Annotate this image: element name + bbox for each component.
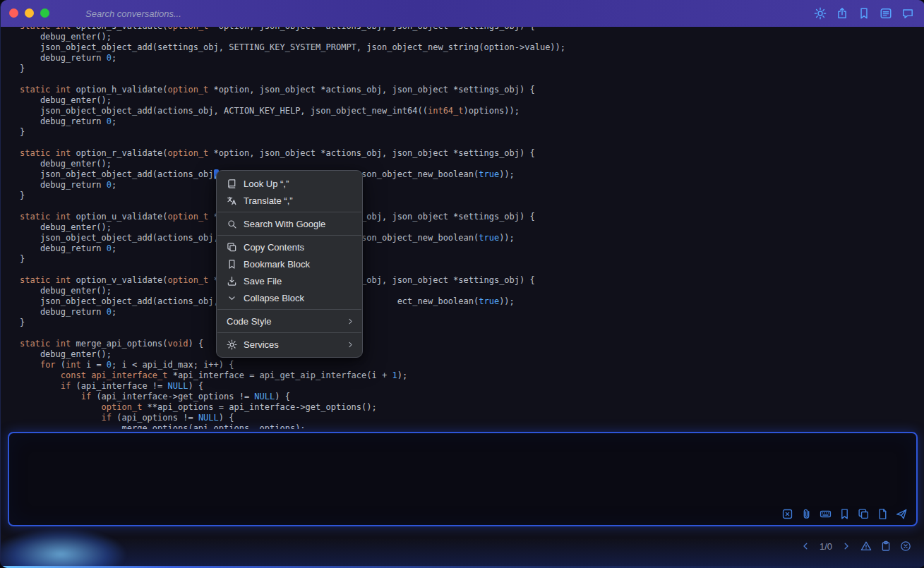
chevRight-icon xyxy=(841,540,852,552)
save-icon xyxy=(227,276,237,286)
code-line: static int option_u_validate(option_t *o… xyxy=(20,212,924,222)
menu-item-label: Code Style xyxy=(227,316,345,327)
composer-icons xyxy=(781,507,908,520)
app-window: Search conversations... static int optio… xyxy=(0,0,924,568)
code-line: } xyxy=(20,254,924,265)
chevRight-icon xyxy=(346,317,355,326)
gear-icon xyxy=(227,339,237,350)
titlebar[interactable]: Search conversations... xyxy=(1,0,924,27)
code-line: json_object_object_add(settings_obj, SET… xyxy=(20,42,924,53)
menu-item-label: Copy Contents xyxy=(244,242,355,253)
code-line: debug_return 0; xyxy=(20,116,924,127)
minimize-button[interactable] xyxy=(25,8,34,18)
bookmark-icon xyxy=(858,7,870,20)
menu-item-label: Collapse Block xyxy=(244,293,355,303)
code-line xyxy=(20,201,924,212)
chat-button[interactable] xyxy=(901,6,915,20)
code-line: static int merge_api_options(void) { xyxy=(20,339,924,349)
code-line: } xyxy=(20,127,924,138)
code-viewer[interactable]: static int option_s_validate(option_t *o… xyxy=(1,27,924,429)
copy-icon xyxy=(227,242,237,253)
settings-button[interactable] xyxy=(813,6,827,20)
menu-item-collapse-block[interactable]: Collapse Block xyxy=(217,289,362,306)
command-input[interactable] xyxy=(8,533,784,560)
send-button[interactable] xyxy=(895,507,908,520)
clipboard-icon xyxy=(880,540,892,552)
code-line: if (api_options != NULL) { xyxy=(20,413,924,423)
chevron-right-icon xyxy=(345,317,355,326)
code-line: debug_enter(); xyxy=(20,32,924,42)
warning-icon xyxy=(860,540,872,552)
magnifier-icon xyxy=(227,219,237,229)
menu-item-save-file[interactable]: Save File xyxy=(217,272,362,289)
translate-icon xyxy=(227,195,237,206)
menu-item-bookmark-block[interactable]: Bookmark Block xyxy=(217,255,362,272)
menu-item-translate[interactable]: Translate “,” xyxy=(217,192,362,209)
keyboard-button[interactable] xyxy=(819,507,832,520)
file-button[interactable] xyxy=(876,507,889,520)
page-indicator: 1/0 xyxy=(820,541,832,552)
gear-icon xyxy=(227,339,237,350)
chevLeft-icon xyxy=(800,540,811,552)
menu-separator xyxy=(217,235,361,236)
message-composer[interactable] xyxy=(8,432,918,526)
code-line: debug_enter(); xyxy=(20,159,924,169)
chevDown-icon xyxy=(227,293,237,303)
chat-icon xyxy=(901,7,914,20)
code-line: static int option_h_validate(option_t *o… xyxy=(20,85,924,95)
conversation-search-input[interactable]: Search conversations... xyxy=(85,0,181,27)
menu-item-copy-contents[interactable]: Copy Contents xyxy=(217,238,362,255)
close-button[interactable] xyxy=(9,8,18,18)
code-line: for (int i = 0; i < api_id_max; i++) { xyxy=(20,360,924,370)
zoom-button[interactable] xyxy=(40,8,49,18)
previous-result-button[interactable] xyxy=(799,540,812,552)
menu-item-services[interactable]: Services xyxy=(217,336,362,353)
code-line xyxy=(20,265,924,275)
book-icon xyxy=(227,179,237,189)
menu-item-label: Save File xyxy=(244,276,355,286)
context-menu: Look Up “,”Translate “,”Search With Goog… xyxy=(216,170,363,358)
share-button[interactable] xyxy=(835,6,849,20)
code-line: debug_return 0; xyxy=(20,180,924,191)
save-icon xyxy=(227,276,237,286)
bookmark-message-button[interactable] xyxy=(838,507,851,520)
code-line: debug_enter(); xyxy=(20,286,924,296)
code-content: static int option_s_validate(option_t *o… xyxy=(20,27,924,429)
traffic-lights xyxy=(9,8,49,18)
code-line: merge_options(api_options, options); xyxy=(20,423,924,429)
menu-item-label: Search With Google xyxy=(244,219,355,229)
code-line: json_object_object_add(actions_obj, son_… xyxy=(20,233,924,243)
notes-button[interactable] xyxy=(879,6,893,20)
menu-item-look-up[interactable]: Look Up “,” xyxy=(217,175,362,192)
menu-separator xyxy=(217,309,361,310)
copy-all-button[interactable] xyxy=(880,540,892,552)
close-search-button[interactable] xyxy=(899,540,912,552)
menu-item-label: Look Up “,” xyxy=(244,179,355,189)
chevron-right-icon xyxy=(345,340,355,349)
circleX-icon xyxy=(900,540,911,552)
warnings-button[interactable] xyxy=(860,540,872,552)
code-line: json_object_object_add(actions_obj, ACTI… xyxy=(20,106,924,116)
menu-item-label: Bookmark Block xyxy=(244,259,355,270)
titlebar-icons xyxy=(813,0,915,27)
status-controls: 1/0 xyxy=(799,540,912,552)
code-line: debug_return 0; xyxy=(20,53,924,64)
translate-icon xyxy=(227,195,237,206)
code-line: } xyxy=(20,64,924,74)
gear-icon xyxy=(814,7,827,20)
code-line xyxy=(20,328,924,339)
bookmark-button[interactable] xyxy=(857,6,871,20)
attach-button[interactable] xyxy=(800,507,812,520)
menu-item-search-with-google[interactable]: Search With Google xyxy=(217,215,362,232)
clear-button[interactable] xyxy=(781,507,793,520)
code-line: static int option_r_validate(option_t *o… xyxy=(20,148,924,159)
code-line: json_object_object_add(actions_obj, son_… xyxy=(20,169,924,180)
menu-item-code-style[interactable]: Code Style xyxy=(217,313,362,330)
next-result-button[interactable] xyxy=(840,540,853,552)
chevRight-icon xyxy=(346,340,355,349)
code-line: } xyxy=(20,191,924,201)
code-line xyxy=(20,74,924,85)
copy-message-button[interactable] xyxy=(857,507,870,520)
code-line: debug_return 0; xyxy=(20,243,924,254)
magnifier-icon xyxy=(227,219,237,229)
